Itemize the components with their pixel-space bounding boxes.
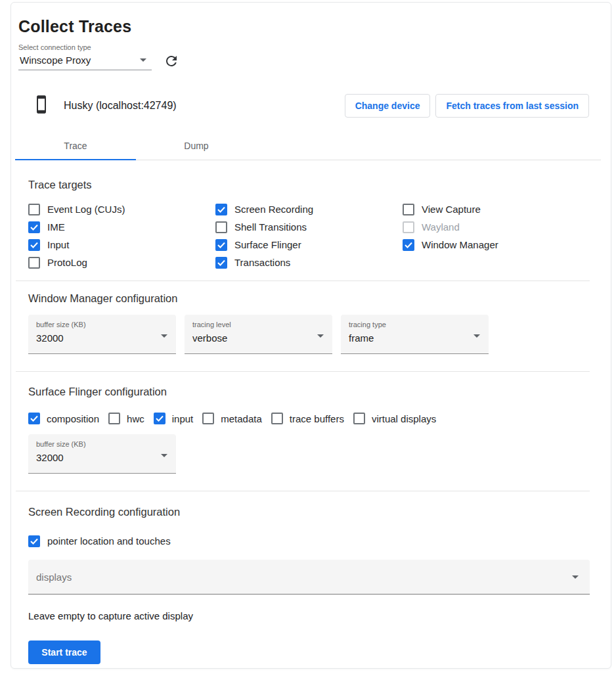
checkbox-hwc[interactable]: hwc xyxy=(108,411,144,426)
checkbox-label: virtual displays xyxy=(372,413,436,424)
divider xyxy=(16,281,590,281)
targets-column-3: View Capture Wayland Window Manager xyxy=(403,200,590,271)
checkbox-box xyxy=(28,204,40,215)
checkbox-label: Shell Transitions xyxy=(234,221,307,233)
targets-column-2: Screen Recording Shell Transitions Surfa… xyxy=(215,200,403,271)
trace-tab-content: Trace targets Event Log (CUJs) IME Input xyxy=(11,179,611,664)
checkbox-event-log[interactable]: Event Log (CUJs) xyxy=(28,200,215,218)
checkbox-input[interactable]: Input xyxy=(28,236,215,254)
checkbox-label: hwc xyxy=(127,413,144,424)
change-device-button[interactable]: Change device xyxy=(345,94,431,118)
trace-targets-grid: Event Log (CUJs) IME Input ProtoLog xyxy=(28,200,590,271)
checkbox-box xyxy=(403,221,414,233)
checkbox-label: Wayland xyxy=(422,221,460,233)
checkbox-shell-transitions[interactable]: Shell Transitions xyxy=(215,218,403,236)
checkbox-box xyxy=(28,257,40,269)
start-trace-button[interactable]: Start trace xyxy=(28,640,100,664)
checkbox-box xyxy=(202,413,214,424)
checkbox-label: Event Log (CUJs) xyxy=(47,204,125,215)
checkbox-transactions[interactable]: Transactions xyxy=(215,254,403,271)
checkbox-label: Screen Recording xyxy=(234,204,313,215)
divider xyxy=(16,371,590,372)
targets-column-1: Event Log (CUJs) IME Input ProtoLog xyxy=(28,200,215,271)
checkbox-box xyxy=(215,204,227,215)
checkbox-label: composition xyxy=(47,413,99,424)
checkbox-box xyxy=(28,221,40,233)
checkbox-label: Transactions xyxy=(234,257,290,268)
displays-select[interactable]: displays xyxy=(28,560,590,595)
checkbox-window-manager[interactable]: Window Manager xyxy=(403,236,590,254)
checkbox-label: trace buffers xyxy=(290,413,344,424)
connection-type-value: Winscope Proxy xyxy=(20,55,91,66)
checkbox-box xyxy=(271,413,283,424)
wm-tracing-level-select[interactable]: tracing level verbose xyxy=(185,315,332,354)
connection-row: Winscope Proxy xyxy=(18,53,611,71)
checkbox-label: IME xyxy=(47,221,65,233)
refresh-button[interactable] xyxy=(162,53,181,71)
checkbox-label: Window Manager xyxy=(422,239,498,250)
connection-type-label: Select connection type xyxy=(18,43,611,51)
refresh-icon xyxy=(164,53,179,71)
chevron-down-icon xyxy=(473,334,480,338)
checkbox-box xyxy=(403,239,414,251)
checkbox-composition[interactable]: composition xyxy=(28,411,99,426)
field-value: frame xyxy=(349,332,481,344)
checkbox-virtual-displays[interactable]: virtual displays xyxy=(353,411,436,426)
sf-buffer-size-select[interactable]: buffer size (KB) 32000 xyxy=(28,434,176,474)
chevron-down-icon xyxy=(317,334,324,338)
checkbox-box xyxy=(215,221,227,233)
checkbox-label: input xyxy=(172,413,194,424)
field-label: buffer size (KB) xyxy=(36,440,168,448)
field-label: tracing type xyxy=(349,321,481,328)
displays-hint: Leave empty to capture active display xyxy=(28,610,590,621)
checkbox-protolog[interactable]: ProtoLog xyxy=(28,254,215,271)
device-name: Husky (localhost:42749) xyxy=(64,100,177,112)
checkbox-box xyxy=(28,535,40,547)
smartphone-icon xyxy=(33,95,49,117)
field-label: tracing level xyxy=(192,321,324,328)
sf-config-heading: Surface Flinger configuration xyxy=(28,386,590,398)
field-label: buffer size (KB) xyxy=(36,321,168,328)
checkbox-metadata[interactable]: metadata xyxy=(202,411,262,426)
sf-config-flags: composition hwc input metadata trace buf… xyxy=(28,411,590,426)
checkbox-box xyxy=(28,239,40,251)
wm-buffer-size-select[interactable]: buffer size (KB) 32000 xyxy=(28,315,176,354)
connection-type-select[interactable]: Winscope Proxy xyxy=(18,53,152,70)
checkbox-box xyxy=(353,413,365,424)
checkbox-box xyxy=(403,204,414,215)
checkbox-ime[interactable]: IME xyxy=(28,218,215,236)
checkbox-view-capture[interactable]: View Capture xyxy=(403,200,590,218)
tab-dump[interactable]: Dump xyxy=(136,132,257,160)
collect-traces-card: Collect Traces Select connection type Wi… xyxy=(11,2,611,669)
header: Collect Traces Select connection type Wi… xyxy=(11,3,611,71)
checkbox-screen-recording[interactable]: Screen Recording xyxy=(215,200,403,218)
checkbox-label: pointer location and touches xyxy=(47,535,171,547)
checkbox-label: View Capture xyxy=(422,204,481,215)
checkbox-box xyxy=(154,413,165,424)
device-row: Husky (localhost:42749) Change device Fe… xyxy=(33,94,611,118)
tab-trace[interactable]: Trace xyxy=(15,132,136,160)
device-actions: Change device Fetch traces from last ses… xyxy=(345,94,589,118)
sf-buffer-row: buffer size (KB) 32000 xyxy=(28,434,590,474)
wm-tracing-type-select[interactable]: tracing type frame xyxy=(341,315,489,354)
checkbox-trace-buffers[interactable]: trace buffers xyxy=(271,411,344,426)
divider xyxy=(16,491,590,491)
checkbox-box xyxy=(108,413,120,424)
checkbox-label: Surface Flinger xyxy=(234,239,301,250)
fetch-traces-button[interactable]: Fetch traces from last session xyxy=(435,94,589,118)
wm-config-fields: buffer size (KB) 32000 tracing level ver… xyxy=(28,315,590,354)
checkbox-box xyxy=(28,413,40,424)
sr-config-heading: Screen Recording configuration xyxy=(28,506,590,518)
checkbox-box xyxy=(215,239,227,251)
checkbox-sf-input[interactable]: input xyxy=(154,411,194,426)
field-value: 32000 xyxy=(36,452,168,463)
displays-placeholder: displays xyxy=(36,572,72,583)
checkbox-label: metadata xyxy=(221,413,262,424)
trace-targets-heading: Trace targets xyxy=(28,179,590,191)
chevron-down-icon xyxy=(140,58,146,62)
field-value: 32000 xyxy=(36,332,168,344)
checkbox-pointer-location[interactable]: pointer location and touches xyxy=(28,532,590,550)
checkbox-surface-flinger[interactable]: Surface Flinger xyxy=(215,236,403,254)
chevron-down-icon xyxy=(161,454,167,457)
checkbox-box xyxy=(215,257,227,269)
